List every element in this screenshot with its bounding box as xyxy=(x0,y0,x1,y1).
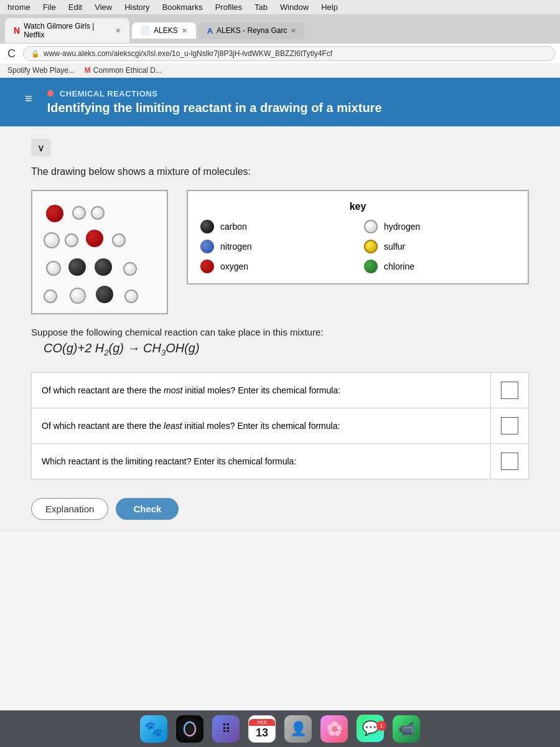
dock-messages[interactable]: 💬 1 xyxy=(357,715,384,743)
menu-bookmarks[interactable]: Bookmarks xyxy=(162,2,203,12)
menu-file[interactable]: File xyxy=(43,2,56,12)
header-text: CHEMICAL REACTIONS Identifying the limit… xyxy=(47,89,382,115)
molecule-4 xyxy=(44,232,60,248)
menu-apple[interactable]: hrome xyxy=(7,2,30,12)
molecule-3 xyxy=(91,206,105,220)
answer-input-least[interactable] xyxy=(501,417,518,435)
key-title: key xyxy=(200,201,515,212)
molecule-8 xyxy=(46,261,61,276)
tab-aleks-reyna-icon: A xyxy=(207,26,213,35)
question-row-least: Of which reactant are there the least in… xyxy=(32,408,529,444)
questions-table: Of which reactant are there the most ini… xyxy=(31,372,529,479)
molecule-14 xyxy=(96,286,113,303)
answer-input-most[interactable] xyxy=(501,382,518,399)
dock-flowers[interactable]: 🌸 xyxy=(320,715,348,743)
molecule-15 xyxy=(124,289,138,303)
answer-input-limiting[interactable] xyxy=(501,453,518,470)
sulfur-icon xyxy=(364,240,378,253)
key-item-oxygen: oxygen xyxy=(200,260,352,273)
dock-calendar[interactable]: FEB 13 xyxy=(248,715,276,743)
carbon-icon xyxy=(200,220,214,233)
menu-view[interactable]: View xyxy=(95,2,112,12)
key-item-hydrogen: hydrogen xyxy=(364,220,515,233)
key-item-carbon: carbon xyxy=(200,220,352,233)
answer-cell-limiting xyxy=(491,444,529,479)
menu-help[interactable]: Help xyxy=(321,2,338,12)
molecule-12 xyxy=(44,289,57,303)
dock-launchpad[interactable]: ⠿ xyxy=(212,715,240,743)
bookmark-m-icon: M xyxy=(85,66,91,75)
tab-bar: N Watch Gilmore Girls | Netflix ✕ 📄 ALEK… xyxy=(0,14,560,43)
tab-aleks-reyna-label: ALEKS - Reyna Garc xyxy=(217,26,287,35)
nitrogen-icon xyxy=(200,240,214,253)
back-button[interactable]: C xyxy=(5,47,18,60)
siri-icon xyxy=(176,715,203,743)
question-row-most: Of which reactant are there the most ini… xyxy=(32,373,529,408)
buttons-row: Explanation Check xyxy=(31,498,529,520)
equation: CO(g)+2 H2(g) → CH3OH(g) xyxy=(44,341,529,357)
molecule-7 xyxy=(112,233,126,247)
molecule-1 xyxy=(46,205,63,222)
contacts-icon: 👤 xyxy=(284,715,312,743)
tab-netflix-label: Watch Gilmore Girls | Netflix xyxy=(24,22,111,39)
tab-aleks-label: ALEKS xyxy=(154,26,178,35)
diagram-section: key carbon hydrogen nitrogen xyxy=(31,190,529,314)
question-limiting-text: Which reactant is the limiting reactant?… xyxy=(32,444,491,479)
chlorine-icon xyxy=(364,260,378,273)
chevron-button[interactable]: ∨ xyxy=(31,139,51,156)
calendar-date: 13 xyxy=(256,726,268,740)
menu-tab[interactable]: Tab xyxy=(254,2,268,12)
molecule-9 xyxy=(68,258,86,276)
molecule-11 xyxy=(123,262,137,276)
menu-edit[interactable]: Edit xyxy=(68,2,82,12)
tab-aleks[interactable]: 📄 ALEKS ✕ xyxy=(132,22,196,39)
hydrogen-label: hydrogen xyxy=(384,222,420,232)
tab-aleks-close[interactable]: ✕ xyxy=(182,27,187,35)
oxygen-label: oxygen xyxy=(220,261,248,271)
bookmark-common-ethical[interactable]: M Common Ethical D... xyxy=(85,66,162,75)
molecule-6 xyxy=(86,230,103,247)
molecule-5 xyxy=(65,233,78,247)
explanation-button[interactable]: Explanation xyxy=(31,498,108,520)
dock-finder[interactable]: 🐾 xyxy=(140,715,167,743)
molecule-2 xyxy=(72,206,86,220)
facetime-icon: 📹 xyxy=(393,715,420,743)
calendar-icon: FEB 13 xyxy=(248,715,276,743)
question-row-limiting: Which reactant is the limiting reactant?… xyxy=(32,444,529,479)
content-area: ∨ The drawing below shows a mixture of m… xyxy=(0,126,560,532)
question-least-text: Of which reactant are there the least in… xyxy=(32,408,491,444)
dock-facetime[interactable]: 📹 xyxy=(393,715,420,743)
carbon-label: carbon xyxy=(220,222,247,232)
nitrogen-label: nitrogen xyxy=(220,242,252,251)
menu-window[interactable]: Window xyxy=(280,2,309,12)
answer-cell-most xyxy=(491,373,529,408)
question-most-text: Of which reactant are there the most ini… xyxy=(32,373,491,408)
header-topic: CHEMICAL REACTIONS xyxy=(47,89,382,98)
tab-netflix-close[interactable]: ✕ xyxy=(115,27,121,35)
aleks-header: ≡ CHEMICAL REACTIONS Identifying the lim… xyxy=(0,78,560,126)
messages-badge: 1 xyxy=(376,721,386,731)
flowers-icon: 🌸 xyxy=(320,715,348,743)
header-title: Identifying the limiting reactant in a d… xyxy=(47,101,382,115)
address-bar[interactable]: 🔒 www-awu.aleks.com/alekscgi/x/lsl.exe/1… xyxy=(23,46,555,61)
check-button[interactable]: Check xyxy=(116,498,179,520)
netflix-icon: N xyxy=(14,26,20,35)
hamburger-menu[interactable]: ≡ xyxy=(25,92,32,106)
dock-contacts[interactable]: 👤 xyxy=(284,715,312,743)
mac-dock: 🐾 ⠿ FEB 13 👤 🌸 💬 1 📹 xyxy=(0,710,560,747)
page-content: ≡ CHEMICAL REACTIONS Identifying the lim… xyxy=(0,78,560,747)
tab-aleks-reyna[interactable]: A ALEKS - Reyna Garc ✕ xyxy=(198,22,306,39)
finder-icon: 🐾 xyxy=(140,715,167,743)
bookmark-spotify[interactable]: Spotify Web Playe... xyxy=(7,66,75,75)
bookmarks-bar: Spotify Web Playe... M Common Ethical D.… xyxy=(0,63,560,78)
tab-netflix[interactable]: N Watch Gilmore Girls | Netflix ✕ xyxy=(5,18,129,43)
topic-circle-icon xyxy=(47,90,54,96)
reaction-section: Suppose the following chemical reaction … xyxy=(31,327,529,357)
key-item-sulfur: sulfur xyxy=(364,240,515,253)
calendar-month: FEB xyxy=(249,719,275,726)
menu-history[interactable]: History xyxy=(124,2,149,12)
menu-profiles[interactable]: Profiles xyxy=(215,2,242,12)
dock-siri[interactable] xyxy=(176,715,203,743)
tab-aleks-reyna-close[interactable]: ✕ xyxy=(291,27,296,35)
key-grid: carbon hydrogen nitrogen sulfur xyxy=(200,220,515,273)
